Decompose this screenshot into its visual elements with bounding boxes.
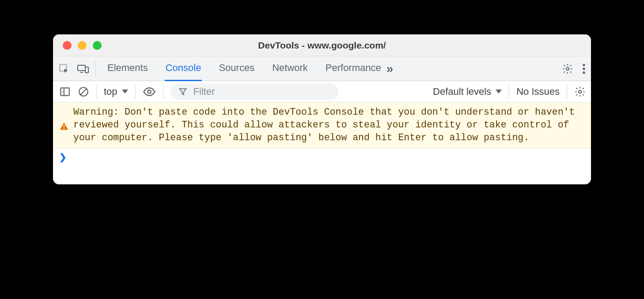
console-prompt-row[interactable]: ❯	[53, 148, 591, 184]
overflow-tabs-button[interactable]: »	[384, 62, 395, 76]
traffic-lights	[53, 41, 102, 50]
warning-message: Warning: Don't paste code into the DevTo…	[73, 106, 583, 144]
svg-point-13	[579, 90, 582, 93]
tab-elements[interactable]: Elements	[106, 56, 149, 81]
svg-rect-15	[64, 128, 64, 129]
svg-line-11	[81, 89, 87, 94]
chevron-down-icon	[496, 90, 502, 93]
svg-rect-1	[78, 65, 85, 71]
filter-input[interactable]	[193, 86, 330, 97]
filter-funnel-icon	[178, 87, 187, 96]
window-maximize-button[interactable]	[93, 41, 102, 50]
issues-counter[interactable]: No Issues	[516, 86, 560, 97]
svg-rect-8	[61, 88, 69, 95]
svg-point-7	[583, 71, 585, 73]
divider	[96, 85, 97, 98]
execution-context-selector[interactable]: top	[104, 86, 128, 97]
console-input[interactable]	[72, 152, 585, 162]
svg-point-4	[566, 67, 569, 70]
svg-rect-14	[64, 125, 64, 127]
filter-box[interactable]	[170, 84, 338, 100]
divider	[509, 85, 509, 98]
divider	[135, 85, 136, 98]
tab-network[interactable]: Network	[271, 56, 309, 81]
svg-point-6	[583, 67, 585, 70]
divider	[163, 85, 163, 98]
kebab-menu-icon[interactable]	[582, 63, 586, 75]
context-label: top	[104, 86, 117, 97]
tab-performance[interactable]: Performance	[325, 56, 382, 81]
console-toolbar: top Default levels No Issues	[53, 81, 591, 102]
console-warning-row: Warning: Don't paste code into the DevTo…	[53, 102, 591, 148]
inspect-element-icon[interactable]	[58, 63, 70, 75]
tabbar-leading-tools	[58, 61, 96, 76]
window-close-button[interactable]	[63, 41, 72, 50]
console-output: Warning: Don't paste code into the DevTo…	[53, 102, 591, 184]
panel-tabbar: Elements Console Sources Network Perform…	[53, 56, 591, 81]
window-minimize-button[interactable]	[78, 41, 87, 50]
divider	[567, 85, 567, 98]
svg-rect-3	[85, 67, 88, 73]
tab-console[interactable]: Console	[165, 56, 202, 81]
levels-label: Default levels	[433, 86, 491, 97]
panel-tabs: Elements Console Sources Network Perform…	[106, 56, 382, 81]
clear-console-icon[interactable]	[78, 86, 89, 97]
device-toolbar-icon[interactable]	[77, 63, 89, 75]
devtools-window: DevTools - www.google.com/ Elements Cons…	[53, 34, 591, 184]
log-levels-selector[interactable]: Default levels	[433, 86, 502, 97]
live-expression-eye-icon[interactable]	[143, 86, 156, 97]
tab-sources[interactable]: Sources	[218, 56, 255, 81]
warning-triangle-icon	[59, 108, 69, 144]
settings-gear-icon[interactable]	[562, 63, 573, 75]
svg-point-12	[148, 90, 151, 93]
window-title: DevTools - www.google.com/	[53, 40, 591, 51]
chevron-down-icon	[122, 90, 128, 93]
prompt-caret-icon: ❯	[59, 152, 67, 162]
svg-point-5	[583, 64, 585, 66]
tabbar-trailing-tools	[555, 63, 586, 75]
toggle-sidebar-icon[interactable]	[59, 86, 71, 97]
console-settings-gear-icon[interactable]	[574, 86, 586, 97]
titlebar: DevTools - www.google.com/	[53, 34, 591, 56]
